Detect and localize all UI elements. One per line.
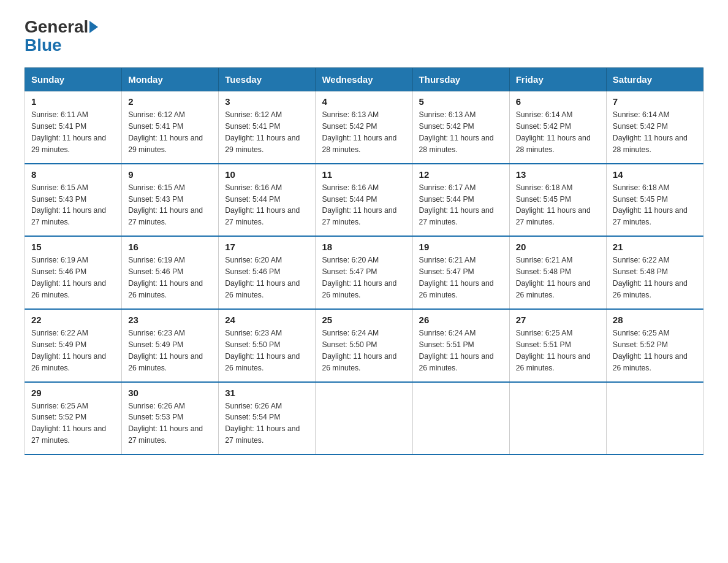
day-info: Sunrise: 6:12 AMSunset: 5:41 PMDaylight:… bbox=[128, 109, 212, 156]
calendar-cell: 2 Sunrise: 6:12 AMSunset: 5:41 PMDayligh… bbox=[122, 91, 219, 164]
day-info: Sunrise: 6:19 AMSunset: 5:46 PMDaylight:… bbox=[31, 255, 115, 301]
day-number: 7 bbox=[613, 96, 697, 107]
calendar-cell: 5 Sunrise: 6:13 AMSunset: 5:42 PMDayligh… bbox=[412, 91, 509, 164]
calendar-cell: 8 Sunrise: 6:15 AMSunset: 5:43 PMDayligh… bbox=[25, 164, 122, 237]
calendar-table: SundayMondayTuesdayWednesdayThursdayFrid… bbox=[25, 67, 703, 455]
calendar-cell: 1 Sunrise: 6:11 AMSunset: 5:41 PMDayligh… bbox=[25, 91, 122, 164]
day-number: 14 bbox=[613, 169, 697, 180]
day-info: Sunrise: 6:19 AMSunset: 5:46 PMDaylight:… bbox=[128, 255, 212, 301]
calendar-cell: 9 Sunrise: 6:15 AMSunset: 5:43 PMDayligh… bbox=[122, 164, 219, 237]
calendar-cell: 20 Sunrise: 6:21 AMSunset: 5:48 PMDaylig… bbox=[509, 236, 606, 309]
calendar-cell: 30 Sunrise: 6:26 AMSunset: 5:53 PMDaylig… bbox=[122, 382, 219, 455]
calendar-cell: 22 Sunrise: 6:22 AMSunset: 5:49 PMDaylig… bbox=[25, 309, 122, 382]
day-number: 24 bbox=[225, 315, 309, 325]
day-number: 30 bbox=[128, 388, 212, 398]
calendar-cell: 23 Sunrise: 6:23 AMSunset: 5:49 PMDaylig… bbox=[122, 309, 219, 382]
calendar-cell: 18 Sunrise: 6:20 AMSunset: 5:47 PMDaylig… bbox=[316, 236, 412, 309]
logo-arrow-icon bbox=[89, 21, 98, 33]
day-info: Sunrise: 6:13 AMSunset: 5:42 PMDaylight:… bbox=[322, 109, 406, 156]
calendar-cell: 14 Sunrise: 6:18 AMSunset: 5:45 PMDaylig… bbox=[606, 164, 703, 237]
day-number: 27 bbox=[516, 315, 600, 325]
calendar-cell: 31 Sunrise: 6:26 AMSunset: 5:54 PMDaylig… bbox=[219, 382, 316, 455]
day-number: 16 bbox=[128, 242, 212, 252]
day-number: 31 bbox=[225, 388, 309, 398]
day-info: Sunrise: 6:16 AMSunset: 5:44 PMDaylight:… bbox=[322, 182, 406, 229]
calendar-cell: 28 Sunrise: 6:25 AMSunset: 5:52 PMDaylig… bbox=[606, 309, 703, 382]
day-info: Sunrise: 6:25 AMSunset: 5:51 PMDaylight:… bbox=[516, 327, 600, 374]
day-number: 13 bbox=[516, 169, 600, 180]
day-number: 9 bbox=[128, 169, 212, 180]
page-header: General Blue bbox=[25, 18, 703, 55]
day-info: Sunrise: 6:26 AMSunset: 5:54 PMDaylight:… bbox=[225, 400, 309, 447]
header-sunday: Sunday bbox=[25, 68, 122, 91]
calendar-cell: 21 Sunrise: 6:22 AMSunset: 5:48 PMDaylig… bbox=[606, 236, 703, 309]
day-number: 25 bbox=[322, 315, 406, 325]
header-tuesday: Tuesday bbox=[219, 68, 316, 91]
header-saturday: Saturday bbox=[606, 68, 703, 91]
day-info: Sunrise: 6:12 AMSunset: 5:41 PMDaylight:… bbox=[225, 109, 309, 156]
day-number: 17 bbox=[225, 242, 309, 252]
logo-blue-text: Blue bbox=[25, 36, 62, 55]
calendar-cell: 3 Sunrise: 6:12 AMSunset: 5:41 PMDayligh… bbox=[219, 91, 316, 164]
calendar-cell: 25 Sunrise: 6:24 AMSunset: 5:50 PMDaylig… bbox=[316, 309, 412, 382]
day-info: Sunrise: 6:21 AMSunset: 5:47 PMDaylight:… bbox=[419, 255, 503, 301]
day-number: 3 bbox=[225, 96, 309, 107]
day-info: Sunrise: 6:22 AMSunset: 5:49 PMDaylight:… bbox=[31, 327, 115, 374]
day-number: 18 bbox=[322, 242, 406, 252]
day-number: 22 bbox=[31, 315, 115, 325]
calendar-cell: 13 Sunrise: 6:18 AMSunset: 5:45 PMDaylig… bbox=[509, 164, 606, 237]
calendar-cell: 29 Sunrise: 6:25 AMSunset: 5:52 PMDaylig… bbox=[25, 382, 122, 455]
day-info: Sunrise: 6:24 AMSunset: 5:51 PMDaylight:… bbox=[419, 327, 503, 374]
calendar-cell: 6 Sunrise: 6:14 AMSunset: 5:42 PMDayligh… bbox=[509, 91, 606, 164]
day-info: Sunrise: 6:25 AMSunset: 5:52 PMDaylight:… bbox=[31, 400, 115, 447]
calendar-header-row: SundayMondayTuesdayWednesdayThursdayFrid… bbox=[25, 68, 703, 91]
week-row-1: 1 Sunrise: 6:11 AMSunset: 5:41 PMDayligh… bbox=[25, 91, 703, 164]
day-info: Sunrise: 6:16 AMSunset: 5:44 PMDaylight:… bbox=[225, 182, 309, 229]
day-info: Sunrise: 6:13 AMSunset: 5:42 PMDaylight:… bbox=[419, 109, 503, 156]
week-row-2: 8 Sunrise: 6:15 AMSunset: 5:43 PMDayligh… bbox=[25, 164, 703, 237]
header-thursday: Thursday bbox=[412, 68, 509, 91]
day-info: Sunrise: 6:23 AMSunset: 5:50 PMDaylight:… bbox=[225, 327, 309, 374]
day-info: Sunrise: 6:14 AMSunset: 5:42 PMDaylight:… bbox=[613, 109, 697, 156]
day-info: Sunrise: 6:20 AMSunset: 5:47 PMDaylight:… bbox=[322, 255, 406, 301]
calendar-cell: 19 Sunrise: 6:21 AMSunset: 5:47 PMDaylig… bbox=[412, 236, 509, 309]
calendar-cell: 10 Sunrise: 6:16 AMSunset: 5:44 PMDaylig… bbox=[219, 164, 316, 237]
day-number: 21 bbox=[613, 242, 697, 252]
calendar-cell: 27 Sunrise: 6:25 AMSunset: 5:51 PMDaylig… bbox=[509, 309, 606, 382]
week-row-4: 22 Sunrise: 6:22 AMSunset: 5:49 PMDaylig… bbox=[25, 309, 703, 382]
day-info: Sunrise: 6:18 AMSunset: 5:45 PMDaylight:… bbox=[613, 182, 697, 229]
day-info: Sunrise: 6:24 AMSunset: 5:50 PMDaylight:… bbox=[322, 327, 406, 374]
day-info: Sunrise: 6:23 AMSunset: 5:49 PMDaylight:… bbox=[128, 327, 212, 374]
header-wednesday: Wednesday bbox=[316, 68, 412, 91]
calendar-cell: 15 Sunrise: 6:19 AMSunset: 5:46 PMDaylig… bbox=[25, 236, 122, 309]
calendar-cell bbox=[509, 382, 606, 455]
day-number: 23 bbox=[128, 315, 212, 325]
calendar-cell: 11 Sunrise: 6:16 AMSunset: 5:44 PMDaylig… bbox=[316, 164, 412, 237]
calendar-cell: 24 Sunrise: 6:23 AMSunset: 5:50 PMDaylig… bbox=[219, 309, 316, 382]
day-number: 8 bbox=[31, 169, 115, 180]
day-info: Sunrise: 6:17 AMSunset: 5:44 PMDaylight:… bbox=[419, 182, 503, 229]
calendar-cell bbox=[316, 382, 412, 455]
calendar-cell: 7 Sunrise: 6:14 AMSunset: 5:42 PMDayligh… bbox=[606, 91, 703, 164]
day-number: 10 bbox=[225, 169, 309, 180]
day-number: 15 bbox=[31, 242, 115, 252]
day-info: Sunrise: 6:22 AMSunset: 5:48 PMDaylight:… bbox=[613, 255, 697, 301]
day-number: 11 bbox=[322, 169, 406, 180]
day-number: 29 bbox=[31, 388, 115, 398]
day-number: 4 bbox=[322, 96, 406, 107]
week-row-5: 29 Sunrise: 6:25 AMSunset: 5:52 PMDaylig… bbox=[25, 382, 703, 455]
day-number: 5 bbox=[419, 96, 503, 107]
week-row-3: 15 Sunrise: 6:19 AMSunset: 5:46 PMDaylig… bbox=[25, 236, 703, 309]
calendar-cell bbox=[412, 382, 509, 455]
calendar-cell bbox=[606, 382, 703, 455]
day-number: 12 bbox=[419, 169, 503, 180]
day-number: 1 bbox=[31, 96, 115, 107]
header-monday: Monday bbox=[122, 68, 219, 91]
day-number: 19 bbox=[419, 242, 503, 252]
day-info: Sunrise: 6:15 AMSunset: 5:43 PMDaylight:… bbox=[31, 182, 115, 229]
header-friday: Friday bbox=[509, 68, 606, 91]
day-info: Sunrise: 6:21 AMSunset: 5:48 PMDaylight:… bbox=[516, 255, 600, 301]
calendar-cell: 17 Sunrise: 6:20 AMSunset: 5:46 PMDaylig… bbox=[219, 236, 316, 309]
day-number: 2 bbox=[128, 96, 212, 107]
logo-general-text: General bbox=[25, 18, 88, 36]
